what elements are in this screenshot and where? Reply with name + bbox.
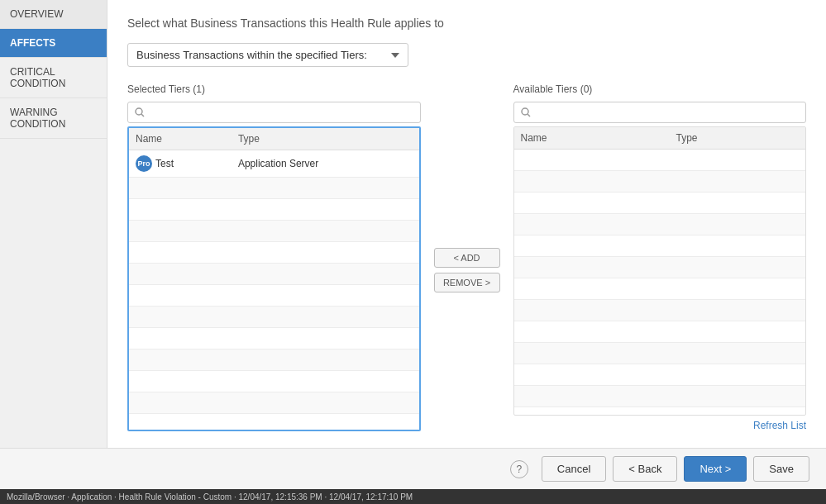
empty-row <box>129 349 419 371</box>
selected-tiers-panel: Selected Tiers (1) Name Type <box>127 83 421 431</box>
tiers-container: Selected Tiers (1) Name Type <box>127 83 806 431</box>
add-button[interactable]: < ADD <box>434 248 500 268</box>
empty-row <box>129 242 419 264</box>
empty-row <box>514 171 806 193</box>
refresh-list-link[interactable]: Refresh List <box>753 420 806 431</box>
empty-row <box>129 371 419 392</box>
empty-row <box>129 307 419 328</box>
empty-row <box>514 386 806 407</box>
empty-row <box>129 178 419 199</box>
table-row[interactable]: Pro Test Application Server <box>129 150 419 178</box>
bottom-bar: ? Cancel < Back Next > Save <box>0 448 826 489</box>
empty-row <box>514 321 806 343</box>
selected-tiers-search[interactable] <box>127 102 421 123</box>
transfer-buttons: < ADD REMOVE > <box>427 83 507 431</box>
sidebar-item-critical[interactable]: CRITICAL CONDITION <box>0 58 107 98</box>
empty-row <box>129 221 419 242</box>
selected-tiers-table: Name Type Pro Test <box>129 128 419 431</box>
selected-tiers-table-wrapper: Name Type Pro Test <box>127 126 421 431</box>
empty-row <box>129 414 419 432</box>
status-text: Mozilla/Browser · Application · Health R… <box>7 492 413 502</box>
available-type-header: Type <box>669 127 805 150</box>
main-content: Select what Business Transactions this H… <box>107 0 826 448</box>
available-tiers-table: Name Type <box>514 127 806 416</box>
selected-type-header: Type <box>232 128 419 150</box>
empty-row <box>514 235 806 257</box>
empty-row <box>514 407 806 416</box>
status-bar: Mozilla/Browser · Application · Health R… <box>0 489 826 504</box>
empty-row <box>514 257 806 278</box>
cancel-button[interactable]: Cancel <box>542 456 606 482</box>
empty-row <box>514 364 806 386</box>
page-title: Select what Business Transactions this H… <box>127 17 806 30</box>
empty-row <box>129 264 419 285</box>
back-button[interactable]: < Back <box>613 456 677 482</box>
remove-button[interactable]: REMOVE > <box>434 273 500 292</box>
available-name-header: Name <box>514 127 670 150</box>
empty-row <box>514 300 806 321</box>
available-tiers-table-wrapper: Name Type <box>513 126 807 416</box>
empty-row <box>129 328 419 349</box>
next-button[interactable]: Next > <box>684 456 747 482</box>
tier-name: Test <box>155 158 174 169</box>
sidebar-item-overview[interactable]: OVERVIEW <box>0 0 107 29</box>
empty-row <box>514 278 806 300</box>
empty-row <box>514 214 806 235</box>
sidebar-item-affects[interactable]: AFFECTS <box>0 29 107 58</box>
selected-name-header: Name <box>129 128 232 150</box>
tier-type: Application Server <box>232 150 419 178</box>
dropdown-row: Business Transactions within the specifi… <box>127 43 806 67</box>
help-icon[interactable]: ? <box>510 460 528 478</box>
available-tiers-panel: Available Tiers (0) Name Type <box>513 83 807 431</box>
empty-row <box>514 193 806 214</box>
transaction-scope-dropdown[interactable]: Business Transactions within the specifi… <box>127 43 408 67</box>
save-button[interactable]: Save <box>753 456 809 482</box>
empty-row <box>129 199 419 221</box>
selected-tiers-title: Selected Tiers (1) <box>127 83 421 95</box>
empty-row <box>129 285 419 307</box>
empty-row <box>129 392 419 414</box>
sidebar: OVERVIEW AFFECTS CRITICAL CONDITION WARN… <box>0 0 107 448</box>
tier-icon: Pro <box>136 155 152 172</box>
empty-row <box>514 343 806 364</box>
available-tiers-title: Available Tiers (0) <box>513 83 807 95</box>
available-tiers-search[interactable] <box>513 102 807 123</box>
sidebar-item-warning[interactable]: WARNING CONDITION <box>0 98 107 139</box>
empty-row <box>514 150 806 171</box>
